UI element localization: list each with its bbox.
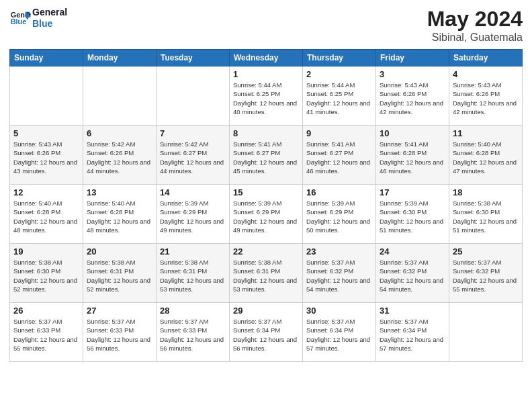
day-info: Sunrise: 5:38 AM Sunset: 6:30 PM Dayligh… <box>453 199 519 234</box>
calendar-week-row: 19Sunrise: 5:38 AM Sunset: 6:30 PM Dayli… <box>10 244 523 303</box>
day-number: 30 <box>306 306 372 316</box>
calendar-cell: 31Sunrise: 5:37 AM Sunset: 6:34 PM Dayli… <box>376 303 449 362</box>
day-number: 27 <box>87 306 152 316</box>
day-info: Sunrise: 5:40 AM Sunset: 6:28 PM Dayligh… <box>453 140 519 175</box>
calendar-cell: 20Sunrise: 5:38 AM Sunset: 6:31 PM Dayli… <box>83 244 157 303</box>
day-number: 10 <box>380 128 445 138</box>
day-info: Sunrise: 5:37 AM Sunset: 6:33 PM Dayligh… <box>160 317 226 353</box>
weekday-header-sunday: Sunday <box>10 50 83 66</box>
day-info: Sunrise: 5:39 AM Sunset: 6:29 PM Dayligh… <box>233 199 299 234</box>
logo-line2: Blue <box>32 18 67 30</box>
calendar-cell: 1Sunrise: 5:44 AM Sunset: 6:25 PM Daylig… <box>230 66 303 126</box>
day-number: 21 <box>160 246 226 257</box>
calendar-cell: 7Sunrise: 5:42 AM Sunset: 6:27 PM Daylig… <box>157 126 230 185</box>
weekday-header-tuesday: Tuesday <box>157 50 230 66</box>
day-info: Sunrise: 5:44 AM Sunset: 6:25 PM Dayligh… <box>306 81 372 116</box>
day-number: 15 <box>233 187 299 197</box>
calendar-cell: 30Sunrise: 5:37 AM Sunset: 6:34 PM Dayli… <box>303 303 376 362</box>
calendar-cell <box>157 66 230 126</box>
day-number: 13 <box>87 187 152 197</box>
day-number: 2 <box>306 69 372 79</box>
day-info: Sunrise: 5:41 AM Sunset: 6:27 PM Dayligh… <box>233 140 299 175</box>
day-number: 16 <box>306 187 372 197</box>
calendar-cell: 18Sunrise: 5:38 AM Sunset: 6:30 PM Dayli… <box>449 185 523 244</box>
calendar-cell: 3Sunrise: 5:43 AM Sunset: 6:26 PM Daylig… <box>376 66 449 126</box>
weekday-header-thursday: Thursday <box>303 50 376 66</box>
calendar-cell: 21Sunrise: 5:38 AM Sunset: 6:31 PM Dayli… <box>157 244 230 303</box>
calendar-week-row: 5Sunrise: 5:43 AM Sunset: 6:26 PM Daylig… <box>10 126 523 185</box>
day-number: 24 <box>380 246 445 257</box>
weekday-header-wednesday: Wednesday <box>230 50 303 66</box>
day-number: 9 <box>306 128 372 138</box>
weekday-header-row: SundayMondayTuesdayWednesdayThursdayFrid… <box>10 50 523 66</box>
day-info: Sunrise: 5:38 AM Sunset: 6:31 PM Dayligh… <box>160 258 226 293</box>
day-info: Sunrise: 5:42 AM Sunset: 6:26 PM Dayligh… <box>87 140 152 175</box>
calendar-cell: 17Sunrise: 5:39 AM Sunset: 6:30 PM Dayli… <box>376 185 449 244</box>
day-number: 20 <box>87 246 152 257</box>
day-info: Sunrise: 5:43 AM Sunset: 6:26 PM Dayligh… <box>13 140 79 175</box>
day-number: 5 <box>13 128 79 138</box>
calendar-cell: 26Sunrise: 5:37 AM Sunset: 6:33 PM Dayli… <box>10 303 83 362</box>
day-number: 18 <box>453 187 519 197</box>
calendar-cell: 6Sunrise: 5:42 AM Sunset: 6:26 PM Daylig… <box>83 126 157 185</box>
day-info: Sunrise: 5:41 AM Sunset: 6:27 PM Dayligh… <box>306 140 372 175</box>
day-info: Sunrise: 5:41 AM Sunset: 6:28 PM Dayligh… <box>380 140 445 175</box>
day-number: 26 <box>13 306 79 316</box>
calendar-table: SundayMondayTuesdayWednesdayThursdayFrid… <box>9 49 523 362</box>
calendar-subtitle: Sibinal, Guatemala <box>427 32 523 44</box>
calendar-cell: 19Sunrise: 5:38 AM Sunset: 6:30 PM Dayli… <box>10 244 83 303</box>
day-info: Sunrise: 5:40 AM Sunset: 6:28 PM Dayligh… <box>13 199 79 234</box>
logo-wordmark: General Blue <box>32 7 67 30</box>
day-info: Sunrise: 5:40 AM Sunset: 6:28 PM Dayligh… <box>87 199 152 234</box>
day-number: 6 <box>87 128 152 138</box>
calendar-cell: 14Sunrise: 5:39 AM Sunset: 6:29 PM Dayli… <box>157 185 230 244</box>
calendar-cell: 25Sunrise: 5:37 AM Sunset: 6:32 PM Dayli… <box>449 244 523 303</box>
day-info: Sunrise: 5:42 AM Sunset: 6:27 PM Dayligh… <box>160 140 226 175</box>
title-block: May 2024 Sibinal, Guatemala <box>427 7 523 44</box>
day-number: 23 <box>306 246 372 257</box>
calendar-week-row: 26Sunrise: 5:37 AM Sunset: 6:33 PM Dayli… <box>10 303 523 362</box>
day-info: Sunrise: 5:43 AM Sunset: 6:26 PM Dayligh… <box>453 81 519 116</box>
calendar-cell: 12Sunrise: 5:40 AM Sunset: 6:28 PM Dayli… <box>10 185 83 244</box>
calendar-cell: 5Sunrise: 5:43 AM Sunset: 6:26 PM Daylig… <box>10 126 83 185</box>
calendar-cell: 28Sunrise: 5:37 AM Sunset: 6:33 PM Dayli… <box>157 303 230 362</box>
day-info: Sunrise: 5:38 AM Sunset: 6:30 PM Dayligh… <box>13 258 79 293</box>
day-info: Sunrise: 5:38 AM Sunset: 6:31 PM Dayligh… <box>233 258 299 293</box>
day-info: Sunrise: 5:43 AM Sunset: 6:26 PM Dayligh… <box>380 81 445 116</box>
day-number: 12 <box>13 187 79 197</box>
day-number: 1 <box>233 69 299 79</box>
weekday-header-monday: Monday <box>83 50 157 66</box>
day-number: 4 <box>453 69 519 79</box>
calendar-cell: 29Sunrise: 5:37 AM Sunset: 6:34 PM Dayli… <box>230 303 303 362</box>
calendar-cell: 22Sunrise: 5:38 AM Sunset: 6:31 PM Dayli… <box>230 244 303 303</box>
calendar-cell: 8Sunrise: 5:41 AM Sunset: 6:27 PM Daylig… <box>230 126 303 185</box>
weekday-header-friday: Friday <box>376 50 449 66</box>
day-info: Sunrise: 5:37 AM Sunset: 6:34 PM Dayligh… <box>233 317 299 353</box>
day-number: 14 <box>160 187 226 197</box>
calendar-body: 1Sunrise: 5:44 AM Sunset: 6:25 PM Daylig… <box>10 66 523 362</box>
calendar-week-row: 12Sunrise: 5:40 AM Sunset: 6:28 PM Dayli… <box>10 185 523 244</box>
calendar-cell: 4Sunrise: 5:43 AM Sunset: 6:26 PM Daylig… <box>449 66 523 126</box>
day-info: Sunrise: 5:37 AM Sunset: 6:34 PM Dayligh… <box>380 317 445 353</box>
calendar-cell: 9Sunrise: 5:41 AM Sunset: 6:27 PM Daylig… <box>303 126 376 185</box>
calendar-cell: 13Sunrise: 5:40 AM Sunset: 6:28 PM Dayli… <box>83 185 157 244</box>
day-info: Sunrise: 5:44 AM Sunset: 6:25 PM Dayligh… <box>233 81 299 116</box>
day-info: Sunrise: 5:37 AM Sunset: 6:34 PM Dayligh… <box>306 317 372 353</box>
logo-icon: General Blue <box>9 7 31 29</box>
calendar-page: General Blue General Blue May 2024 Sibin… <box>0 0 532 411</box>
day-info: Sunrise: 5:37 AM Sunset: 6:32 PM Dayligh… <box>380 258 445 293</box>
day-number: 29 <box>233 306 299 316</box>
day-info: Sunrise: 5:39 AM Sunset: 6:30 PM Dayligh… <box>380 199 445 234</box>
calendar-cell: 16Sunrise: 5:39 AM Sunset: 6:29 PM Dayli… <box>303 185 376 244</box>
calendar-cell: 24Sunrise: 5:37 AM Sunset: 6:32 PM Dayli… <box>376 244 449 303</box>
calendar-cell: 10Sunrise: 5:41 AM Sunset: 6:28 PM Dayli… <box>376 126 449 185</box>
calendar-cell <box>10 66 83 126</box>
logo: General Blue General Blue <box>9 7 67 30</box>
day-info: Sunrise: 5:39 AM Sunset: 6:29 PM Dayligh… <box>160 199 226 234</box>
day-number: 19 <box>13 246 79 257</box>
day-info: Sunrise: 5:37 AM Sunset: 6:32 PM Dayligh… <box>306 258 372 293</box>
day-info: Sunrise: 5:38 AM Sunset: 6:31 PM Dayligh… <box>87 258 152 293</box>
calendar-cell: 2Sunrise: 5:44 AM Sunset: 6:25 PM Daylig… <box>303 66 376 126</box>
day-number: 25 <box>453 246 519 257</box>
day-number: 7 <box>160 128 226 138</box>
